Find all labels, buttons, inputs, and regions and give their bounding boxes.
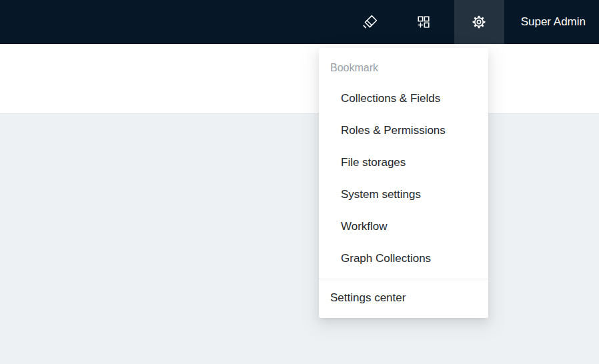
menu-group-title-bookmark: Bookmark	[319, 48, 488, 83]
highlight-icon	[362, 14, 378, 30]
plugin-manager-button[interactable]	[405, 0, 442, 44]
ui-editor-button[interactable]	[352, 0, 389, 44]
current-user-menu[interactable]: Super Admin	[521, 15, 586, 29]
settings-dropdown-menu: Bookmark Collections & Fields Roles & Pe…	[319, 48, 488, 318]
settings-button[interactable]	[454, 0, 504, 44]
menu-item-workflow[interactable]: Workflow	[319, 211, 488, 243]
menu-item-collections-fields[interactable]: Collections & Fields	[319, 83, 488, 115]
top-navbar: Super Admin	[0, 0, 599, 44]
menu-item-file-storages[interactable]: File storages	[319, 147, 488, 179]
page-subheader	[0, 44, 599, 114]
menu-item-system-settings[interactable]: System settings	[319, 179, 488, 211]
menu-item-settings-center[interactable]: Settings center	[319, 279, 488, 317]
appstore-add-icon	[416, 15, 431, 29]
gear-icon	[472, 15, 486, 29]
menu-item-graph-collections[interactable]: Graph Collections	[319, 243, 488, 275]
menu-item-roles-permissions[interactable]: Roles & Permissions	[319, 115, 488, 147]
